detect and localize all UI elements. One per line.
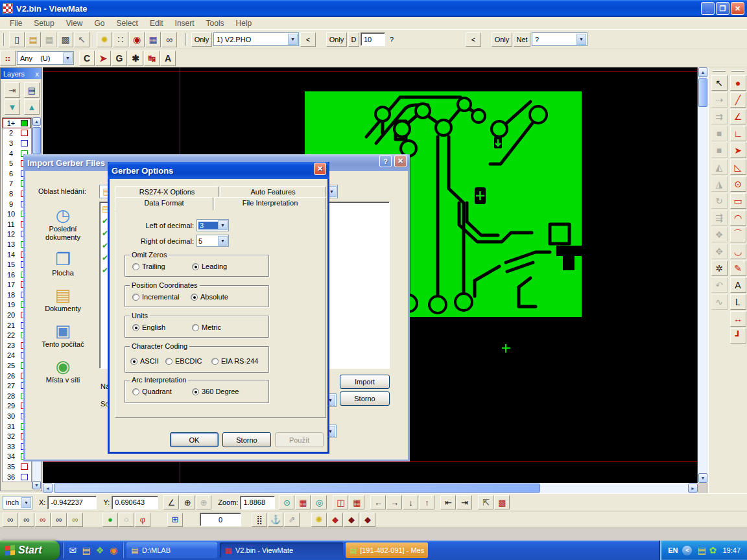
measure-glasses-icon[interactable]: ∞: [161, 32, 177, 47]
pan-end-icon[interactable]: ⇥: [456, 495, 472, 509]
horizontal-scrollbar[interactable]: ◄ ►: [43, 483, 698, 493]
chevron-down-icon[interactable]: ▼: [576, 34, 586, 45]
grid-value-field[interactable]: 0: [200, 513, 241, 526]
menu-file[interactable]: File: [4, 18, 28, 29]
place-recent-documents[interactable]: ◷Poslední dokumenty: [32, 205, 94, 242]
firefox-icon[interactable]: ◉: [107, 543, 120, 557]
explorer-folder-icon[interactable]: ▤: [80, 543, 93, 557]
select-flash-button[interactable]: ✱: [128, 51, 143, 66]
text-tool[interactable]: A: [730, 277, 746, 293]
measure-diagonal-icon[interactable]: ⇗: [284, 513, 300, 527]
select-net-button[interactable]: ↹: [144, 51, 160, 66]
aperture-list-icon[interactable]: ∷: [113, 32, 128, 47]
task-mlab[interactable]: ▤D:\MLAB: [126, 542, 217, 558]
menu-insert[interactable]: Insert: [169, 18, 200, 29]
layer-color-swatch[interactable]: [21, 463, 28, 470]
pan-up-icon[interactable]: ↑: [419, 495, 434, 509]
only-dcode-button[interactable]: Only: [326, 32, 347, 47]
tab-data-format[interactable]: Data Format: [115, 197, 213, 211]
sketch-pencil-tool[interactable]: ✎: [730, 261, 746, 276]
layer-down-icon[interactable]: ▼: [5, 99, 20, 115]
rectangle-tool[interactable]: ▭: [730, 193, 746, 209]
pan-left-icon[interactable]: ←: [370, 495, 386, 509]
corner-tool[interactable]: ∟: [730, 126, 746, 141]
tab-auto-features[interactable]: Auto Features: [220, 186, 326, 197]
grid-view-icon[interactable]: ▦: [349, 495, 364, 509]
minimize-button[interactable]: _: [701, 2, 715, 15]
layer-row[interactable]: 1+: [3, 118, 31, 128]
zoom-selection-icon[interactable]: ▦: [295, 495, 311, 509]
curve-tool[interactable]: ⌒: [730, 227, 746, 242]
rotate-tool[interactable]: ↻: [711, 193, 728, 209]
scroll-thumb[interactable]: [54, 484, 540, 493]
fill-square2-tool[interactable]: ■: [711, 143, 728, 158]
menu-help[interactable]: Help: [230, 18, 258, 29]
close-icon[interactable]: x: [36, 70, 40, 78]
snap-grid-dots-icon[interactable]: ⣿: [252, 513, 267, 527]
dcode-circle-icon[interactable]: ◉: [129, 32, 145, 47]
chevron-down-icon[interactable]: ▼: [21, 497, 31, 508]
origin-target-icon[interactable]: ⊕: [196, 495, 211, 509]
arc-tool[interactable]: ◠: [730, 210, 746, 226]
scroll-thumb[interactable]: [698, 78, 707, 107]
tab-rs274-x-options[interactable]: RS274-X Options: [115, 186, 219, 197]
arc-lower-tool[interactable]: ◡: [730, 244, 746, 259]
net-button[interactable]: Net: [514, 32, 530, 47]
pad-marker-icon[interactable]: ◆: [327, 513, 343, 527]
layer-row[interactable]: 35: [3, 461, 31, 472]
scale-points-tool[interactable]: ✥: [711, 244, 728, 259]
view-lines-icon[interactable]: ∞: [19, 513, 34, 527]
open-folder-icon[interactable]: ▤: [25, 32, 41, 47]
triangle-tool[interactable]: ◺: [730, 159, 746, 175]
toolbar-grip[interactable]: [3, 33, 5, 46]
palette-grip[interactable]: [731, 70, 744, 72]
point-select-icon[interactable]: ▩: [494, 495, 510, 509]
dimension-tool[interactable]: ↔: [730, 311, 746, 327]
line-tool[interactable]: ╱: [730, 92, 746, 108]
menu-tools[interactable]: Tools: [200, 18, 230, 29]
menu-view[interactable]: View: [60, 18, 89, 29]
dcode-query-field[interactable]: ?: [386, 32, 464, 46]
tray-chevron-icon[interactable]: <: [682, 546, 692, 555]
flash-marker-icon[interactable]: ✺: [311, 513, 327, 527]
lamp-off-icon[interactable]: ○: [119, 513, 134, 527]
anchor-icon[interactable]: ⚓: [268, 513, 283, 527]
scroll-up-icon[interactable]: ▲: [698, 67, 707, 77]
scroll-thumb[interactable]: [32, 127, 41, 154]
snap-angle-icon[interactable]: ∠: [163, 495, 179, 509]
place-desktop[interactable]: ❐Plocha: [32, 250, 94, 277]
menu-go[interactable]: Go: [89, 18, 111, 29]
menu-setup[interactable]: Setup: [28, 18, 60, 29]
tab-file-interpretation[interactable]: File Interpretation: [214, 197, 326, 210]
scheduler-tray-icon[interactable]: ▤: [696, 543, 707, 557]
palette-grip[interactable]: [713, 70, 726, 72]
move-tool[interactable]: ⇢: [711, 92, 728, 108]
view-pads-icon[interactable]: ∞: [35, 513, 51, 527]
layer-up-icon[interactable]: ▲: [24, 99, 40, 115]
view-dcodes-icon[interactable]: ∞: [3, 513, 18, 527]
pad-marker2-icon[interactable]: ◆: [344, 513, 359, 527]
dcode-button[interactable]: D: [348, 32, 359, 47]
start-button[interactable]: Start: [0, 541, 60, 560]
highlight-flash-icon[interactable]: ✹: [97, 32, 112, 47]
menu-edit[interactable]: Edit: [144, 18, 169, 29]
net-combo[interactable]: ? ▼: [532, 32, 587, 46]
move-pad-tool[interactable]: ❖: [711, 227, 728, 242]
units-combo[interactable]: inch ▼: [3, 496, 32, 509]
chevron-down-icon[interactable]: ▼: [63, 52, 73, 64]
gerber-dialog-titlebar[interactable]: Gerber Options ✕: [108, 162, 329, 179]
place-network[interactable]: ◉Místa v síti: [32, 356, 94, 384]
zoom-field[interactable]: 1.8868: [240, 496, 275, 509]
place-documents[interactable]: ▤Dokumenty: [32, 285, 94, 313]
undo-curve-tool[interactable]: ↶: [711, 277, 728, 293]
save-icon[interactable]: ▦: [42, 32, 57, 47]
layer-colors-icon[interactable]: ▦: [145, 32, 161, 47]
pad-dot-tool[interactable]: ●: [730, 75, 746, 91]
dcode-field[interactable]: 10: [361, 32, 385, 46]
select-text-button[interactable]: A: [160, 51, 176, 66]
layers-panel-titlebar[interactable]: Layers x: [1, 68, 42, 79]
pan-home-icon[interactable]: ⇤: [440, 495, 456, 509]
pan-right-icon[interactable]: →: [386, 495, 402, 509]
pan-down-icon[interactable]: ↓: [403, 495, 418, 509]
layer-row[interactable]: 36: [3, 472, 31, 482]
